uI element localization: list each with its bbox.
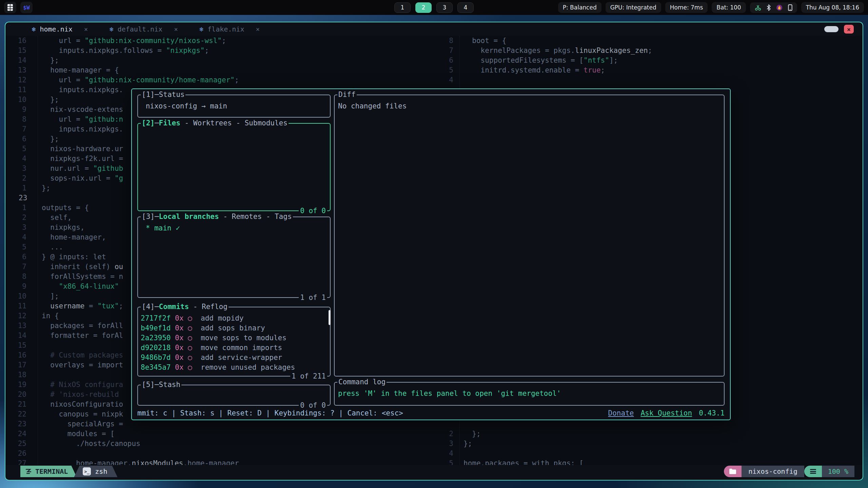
monogram-button[interactable]: $W	[20, 2, 33, 13]
commit-message: move sops to modules	[201, 333, 287, 343]
code-line: 4	[5, 75, 863, 85]
zellij-status-bar: TERMINAL >_ zsh nixos-config 100 %	[5, 465, 863, 480]
tab-close-icon[interactable]: ×	[256, 25, 259, 33]
commit-row[interactable]: 8e345a70x○remove unused packages	[138, 363, 329, 372]
status-pill[interactable]: Bat: 100	[712, 2, 746, 13]
lazygit-stash-panel[interactable]: [5]─Stash 0 of 0	[137, 385, 331, 406]
tab-label: default.nix	[118, 25, 162, 33]
donate-link[interactable]: Donate	[608, 408, 634, 418]
gutter-line-number: 2	[428, 429, 453, 439]
workspace-button-1[interactable]: 1	[394, 2, 411, 13]
code-text: initrd.systemd.enable = true;	[463, 65, 605, 75]
gutter-line-number: 5	[428, 459, 453, 465]
commit-hash: b49ef1d	[141, 323, 175, 333]
nix-snowflake-icon: ❄	[32, 25, 36, 33]
lazygit-commits-panel[interactable]: [4]─Commits - Reflog 2717f2f0x○add mopid…	[137, 307, 331, 377]
branch-row[interactable]: * main ✓	[141, 223, 327, 233]
diff-content: No changed files	[338, 101, 721, 111]
gutter-line-number: 4	[428, 75, 453, 85]
commit-message: remove unused packages	[201, 363, 295, 372]
tab-home-nix[interactable]: ❄ home.nix ×	[32, 25, 88, 33]
lazygit-status-panel[interactable]: [1]─Status nixos-config → main	[137, 95, 331, 118]
panel-title: [1]─Status	[141, 90, 185, 100]
topbar: $W 1234 P: BalancedGPU: IntegratedHome: …	[0, 0, 868, 15]
battery-list-segment[interactable]	[804, 466, 822, 477]
panel-title: [4]─Commits - Reflog	[141, 302, 229, 312]
gutter-line-number: 7	[428, 46, 453, 56]
commit-hash: d920218	[141, 343, 175, 353]
commit-author: 0x	[175, 343, 188, 353]
workspace-button-2[interactable]: 2	[415, 2, 432, 13]
commit-row[interactable]: 9486b7d0x○add service-wrapper	[138, 353, 329, 363]
commit-message: add service-wrapper	[201, 353, 282, 363]
nix-snowflake-icon: ❄	[110, 25, 113, 33]
commit-message: add mopidy	[201, 313, 243, 323]
status-pill[interactable]: GPU: Integrated	[606, 2, 661, 13]
commit-hash: 8e345a7	[141, 363, 175, 372]
commit-graph-node: ○	[188, 363, 201, 372]
status-pill[interactable]: P: Balanced	[558, 2, 601, 13]
code-line: 5home.packages = with pkgs; [	[5, 459, 863, 465]
panel-title: [3]─Local branches - Remotes - Tags	[141, 212, 293, 222]
lazygit-links: Donate Ask Question 0.43.1	[608, 408, 725, 418]
lazygit-files-panel[interactable]: [2]─Files - Worktrees - Submodules 0 of …	[137, 123, 331, 211]
code-line: 7 kernelPackages = pkgs.linuxPackages_ze…	[5, 46, 863, 56]
workspace-button-3[interactable]: 3	[436, 2, 453, 13]
clock[interactable]: Thu Aug 08, 18:16	[801, 2, 864, 13]
topbar-left: $W	[4, 2, 33, 13]
lazygit-command-log-panel[interactable]: Command log press 'M' in the files panel…	[334, 382, 725, 406]
zellij-mode-segment[interactable]: TERMINAL	[20, 466, 77, 477]
gutter-line-number: 8	[428, 36, 453, 46]
network-icon[interactable]	[755, 4, 761, 11]
editor-area: 16 url = "github:nix-community/nixos-wsl…	[5, 36, 863, 465]
terminal-window: ❄ home.nix × ❄ default.nix × ❄ flake.nix…	[5, 22, 863, 481]
vpn-flame-icon[interactable]	[776, 4, 783, 11]
commit-author: 0x	[175, 353, 188, 363]
commit-row[interactable]: b49ef1d0x○add sops binary	[138, 323, 329, 333]
commit-hash: 2a23950	[141, 333, 175, 343]
zellij-tab-zsh[interactable]: >_ zsh	[74, 466, 117, 477]
lazygit-branches-panel[interactable]: [3]─Local branches - Remotes - Tags * ma…	[137, 217, 331, 298]
commit-graph-node: ○	[188, 353, 201, 363]
code-text: home.packages = with pkgs; [	[463, 459, 584, 465]
commit-author: 0x	[175, 323, 188, 333]
window-pill-indicator[interactable]	[824, 26, 839, 32]
window-close-button[interactable]: ×	[844, 25, 854, 34]
status-pills: P: BalancedGPU: IntegratedHome: 7msBat: …	[558, 2, 746, 13]
tab-close-icon[interactable]: ×	[84, 25, 88, 33]
grid-icon	[7, 4, 13, 11]
lazygit-diff-panel[interactable]: Diff No changed files	[334, 95, 725, 377]
commit-hash: 9486b7d	[141, 353, 175, 363]
commit-row[interactable]: d9202180x○move common imports	[138, 343, 329, 353]
commit-row[interactable]: 2717f2f0x○add mopidy	[138, 313, 329, 323]
commit-row[interactable]: 2a239500x○move sops to modules	[138, 333, 329, 343]
tab-default-nix[interactable]: ❄ default.nix ×	[110, 25, 178, 33]
ask-question-link[interactable]: Ask Question	[640, 408, 692, 418]
workspace-switcher: 1234	[394, 2, 474, 13]
tab-flake-nix[interactable]: ❄ flake.nix ×	[200, 25, 260, 33]
window-controls: ×	[824, 25, 854, 34]
panel-title: [2]─Files - Worktrees - Submodules	[141, 118, 289, 128]
panel-title: Diff	[337, 90, 357, 100]
gutter-line-number: 6	[428, 56, 453, 65]
tab-close-icon[interactable]: ×	[174, 25, 178, 33]
tab-label: home.nix	[40, 25, 72, 33]
commit-author: 0x	[175, 333, 188, 343]
code-line: 8 boot = {	[5, 36, 863, 46]
commits-scrollbar[interactable]	[329, 310, 331, 325]
bluetooth-icon[interactable]	[767, 4, 771, 11]
zellij-right-status: nixos-config 100 %	[724, 466, 854, 477]
folder-icon	[729, 468, 736, 474]
repo-name: nixos-config	[742, 466, 804, 477]
repo-folder-segment[interactable]	[724, 466, 742, 477]
apps-grid-button[interactable]	[4, 2, 16, 13]
status-pill[interactable]: Home: 7ms	[665, 2, 708, 13]
code-text: boot = {	[463, 36, 506, 46]
workspace-button-4[interactable]: 4	[457, 2, 474, 13]
lazygit-window: [1]─Status nixos-config → main [2]─Files…	[131, 88, 731, 420]
panel-count: 0 of 0	[299, 206, 327, 216]
code-text: };	[463, 439, 472, 449]
phone-icon[interactable]	[788, 4, 792, 11]
command-log-line: press 'M' in the files panel to open 'gi…	[338, 389, 721, 399]
code-line: 4	[5, 449, 863, 459]
